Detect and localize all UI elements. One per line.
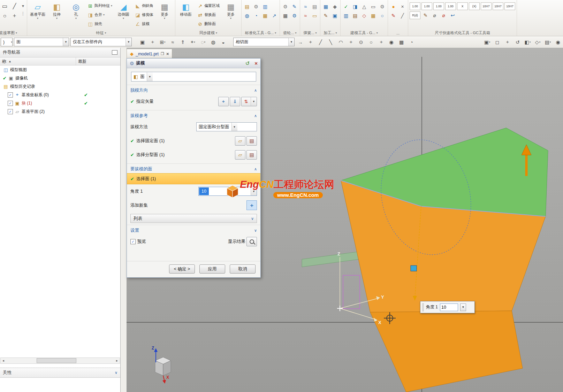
center-snap-icon[interactable]: ⊙: [357, 38, 365, 46]
ball-icon[interactable]: ◔: [252, 11, 260, 20]
quadrant-snap-icon[interactable]: ◔: [407, 38, 416, 46]
machine-edit-icon[interactable]: ✎: [322, 11, 330, 20]
facet-body-icon[interactable]: ◒: [219, 38, 228, 46]
scroll-left-icon[interactable]: ◄: [1, 359, 6, 362]
plus-snap-icon[interactable]: ＋: [377, 38, 386, 46]
visibility-checkbox[interactable]: ✓: [8, 109, 13, 114]
vector-dialog-button[interactable]: ⌖: [218, 97, 229, 106]
select-face-row[interactable]: ✔ 选择面 (1): [127, 173, 260, 184]
tree-row[interactable]: ✓▣块 (1)✔: [0, 99, 120, 107]
onscreen-angle-input[interactable]: [440, 303, 458, 311]
machine-doc-icon[interactable]: ▣: [331, 11, 339, 20]
gear-doc-icon[interactable]: ⚙: [252, 2, 260, 10]
dialog-close-button[interactable]: ×: [254, 60, 258, 66]
select-curve-icon[interactable]: ≈: [168, 38, 177, 46]
grid-snap-icon[interactable]: ▦: [397, 38, 406, 46]
selection-rectangle-icon[interactable]: ▣: [138, 38, 147, 46]
triangle-icon[interactable]: △: [360, 2, 368, 10]
point-icon[interactable]: ＋: [10, 12, 18, 20]
line-snap-icon[interactable]: ╱: [316, 38, 325, 46]
fit-10h7-3-icon[interactable]: 10H7: [504, 2, 515, 10]
circle-icon[interactable]: ○: [378, 11, 386, 20]
zoom-icon[interactable]: ◻: [493, 38, 502, 46]
ribbon-group-label[interactable]: 建模工具 - G...▾: [342, 30, 386, 36]
slash-icon[interactable]: ╱: [398, 11, 406, 20]
csys-orient-icon[interactable]: ⌖▾: [189, 38, 197, 46]
column-latest[interactable]: 最新: [76, 57, 120, 65]
book-icon[interactable]: ▤: [351, 11, 359, 20]
render-style-icon[interactable]: ◧▾: [523, 38, 532, 46]
point-snap-icon[interactable]: ＋: [306, 38, 315, 46]
export-icon[interactable]: ↗: [270, 11, 278, 20]
gear-blue-icon[interactable]: ⚙: [290, 11, 298, 20]
fit-10h7-icon[interactable]: 10H7: [481, 2, 492, 10]
expand-icon[interactable]: ∨: [115, 370, 117, 375]
navigator-titlebar[interactable]: 件导航器: [0, 48, 120, 57]
more-sync-button[interactable]: ▦更多▾: [222, 1, 240, 30]
top-level-selection-icon[interactable]: ⇑: [178, 38, 187, 46]
ribbon-group-label[interactable]: 加工...▾: [322, 30, 339, 36]
diameter-icon[interactable]: ⌀: [431, 11, 439, 19]
linear-dim-icon[interactable]: 1.00: [410, 2, 420, 10]
grid-icon[interactable]: ▦: [369, 11, 377, 20]
snapshot-icon[interactable]: ◉: [554, 38, 562, 46]
ribbon-group-label[interactable]: 直接草图▾: [0, 30, 25, 36]
table-icon[interactable]: ▦: [261, 11, 269, 20]
edge-blend-button[interactable]: ◢边倒圆▾: [114, 1, 132, 30]
type-filter-select[interactable]: 面▼: [14, 38, 69, 46]
unite-button[interactable]: ◨合并▾: [86, 10, 113, 19]
pen-icon[interactable]: ✎: [389, 11, 397, 20]
person-icon[interactable]: ●: [389, 2, 397, 10]
diameter-red-icon[interactable]: ⌀: [440, 11, 448, 19]
lasso-icon[interactable]: ◌▾: [199, 38, 207, 46]
ribbon-group-label[interactable]: 标准化工具 - G...▾: [243, 30, 278, 36]
dim-x-icon[interactable]: X: [457, 2, 468, 10]
section-settings[interactable]: 设置 ∨: [127, 225, 260, 235]
tree-row[interactable]: ✓⌖基准坐标系 (0)✔: [0, 91, 120, 99]
gear-icon[interactable]: ⚙: [281, 2, 289, 10]
collapse-icon[interactable]: ∧: [254, 114, 257, 118]
gear-calc-icon[interactable]: ▦: [281, 11, 289, 20]
pattern-feature-button[interactable]: ⊞阵列特征▾: [86, 1, 113, 10]
ribbon-group-label[interactable]: 弹簧...▾: [302, 30, 319, 36]
draft-method-select[interactable]: 固定面和分型面 ▼: [196, 122, 257, 131]
section-faces-to-draft[interactable]: 要拔模的面 ∧: [127, 163, 260, 173]
collapse-icon[interactable]: ∧: [254, 88, 257, 93]
standard-sheet-icon[interactable]: ▤: [243, 2, 251, 10]
angle-input[interactable]: 10 ▼: [198, 187, 257, 196]
window-icon[interactable]: ▭: [369, 2, 377, 10]
delete-face-button[interactable]: ⊘删除面: [196, 20, 221, 28]
move-face-button[interactable]: ◧移动面: [177, 1, 195, 30]
tangent-face-select[interactable]: 相切面▼: [233, 38, 295, 46]
box-blue-icon[interactable]: ◨: [351, 2, 359, 10]
gear2-icon[interactable]: ⚙: [378, 2, 386, 10]
section-draft-references[interactable]: 拔模参考 ∧: [127, 110, 260, 120]
parting-face-select-button[interactable]: ▱: [235, 150, 245, 160]
scrollbar-thumb[interactable]: [37, 358, 76, 363]
parting-face-collector-button[interactable]: ▤: [246, 150, 257, 160]
linear-dim-2-icon[interactable]: 1.00: [421, 2, 432, 10]
arrow-icon[interactable]: →: [296, 38, 305, 46]
undo-format-icon[interactable]: ↩: [449, 11, 457, 19]
onscreen-angle-box[interactable]: 角度 1 ▼: [420, 301, 475, 313]
ribbon-group-label[interactable]: ...: [389, 30, 406, 36]
ribbon-group-label[interactable]: 同步建模▾: [177, 30, 240, 36]
more-dots-icon[interactable]: ⋮: [21, 11, 25, 16]
trim-body-button[interactable]: ◪修剪体: [134, 10, 154, 19]
tool-icon[interactable]: ◆: [331, 2, 339, 10]
globe-icon[interactable]: ◍: [243, 11, 251, 20]
menu-button[interactable]: )▾: [1, 38, 13, 46]
tree-row[interactable]: ✓▱基准平面 (2): [0, 107, 120, 116]
scroll-right-icon[interactable]: ►: [114, 359, 120, 362]
more-feature-button[interactable]: ▦更多▾: [155, 1, 174, 30]
undock-icon[interactable]: [112, 50, 117, 55]
show-result-button[interactable]: [246, 237, 257, 246]
wireframe-style-icon[interactable]: ◇▾: [533, 38, 542, 46]
sort-ascending-icon[interactable]: ▲: [8, 60, 12, 63]
draft-button[interactable]: ∠拔模: [134, 20, 154, 28]
visibility-checkbox[interactable]: ✓: [8, 92, 13, 98]
expand-icon[interactable]: ∨: [251, 216, 254, 221]
extrude-button[interactable]: ◧拉伸▾: [48, 1, 66, 30]
intersection-snap-icon[interactable]: ＋: [347, 38, 355, 46]
linear-dim-3-icon[interactable]: 1.00: [433, 2, 444, 10]
